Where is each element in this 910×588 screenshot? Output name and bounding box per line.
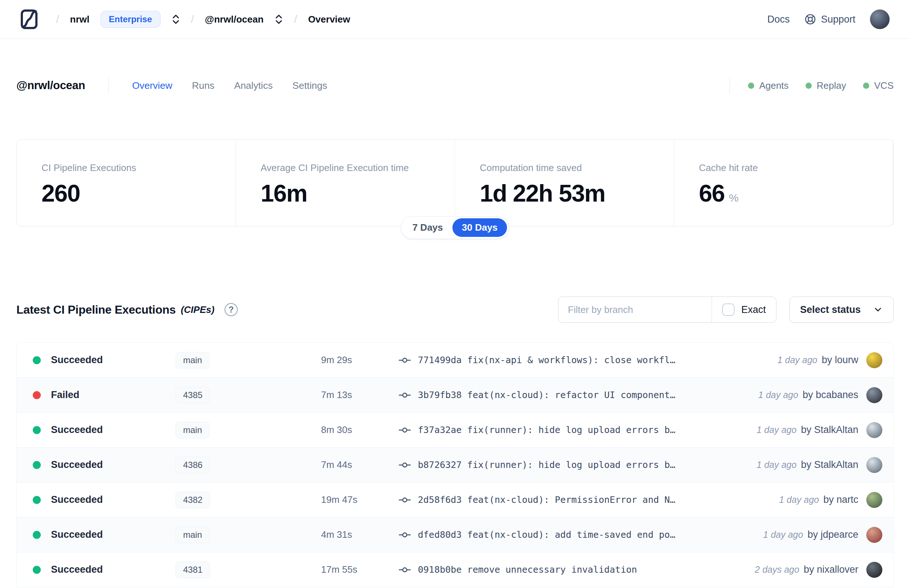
cipe-meta-cell: 1 day ago by bcabanes (758, 387, 883, 403)
commit-message: dfed80d3 feat(nx-cloud): add time-saved … (418, 530, 675, 540)
branch-badge: 4382 (175, 491, 210, 508)
stat-value: 16m (260, 179, 307, 207)
commit-message: 3b79fb38 feat(nx-cloud): refactor UI com… (418, 390, 675, 400)
status-dot-icon (33, 391, 41, 399)
cipe-status-cell: Succeeded (17, 354, 175, 366)
status-select-dropdown[interactable]: Select status (789, 297, 894, 323)
status-dot-icon (33, 356, 41, 364)
branch-badge: 4386 (175, 457, 210, 473)
cipe-table: Succeeded main 9m 29s 771499da fix(nx-ap… (16, 342, 894, 587)
cipe-branch-cell: main (175, 422, 321, 438)
commit-message: f37a32ae fix(runner): hide log upload er… (418, 425, 675, 435)
cipes-title-note: (CIPEs) (181, 304, 214, 315)
branch-filter-group: Exact (558, 297, 776, 323)
user-avatar[interactable] (870, 10, 890, 29)
chevron-down-icon (873, 305, 883, 315)
git-commit-icon (398, 495, 412, 505)
help-icon[interactable]: ? (225, 303, 238, 316)
top-bar: / nrwl Enterprise / @nrwl/ocean / Overvi… (0, 0, 910, 39)
cipe-status-cell: Succeeded (17, 459, 175, 470)
cipe-duration: 8m 30s (321, 424, 398, 436)
cipe-status-cell: Succeeded (17, 564, 175, 575)
docs-link[interactable]: Docs (767, 14, 790, 25)
author: by lourw (821, 354, 858, 366)
status-text: Succeeded (51, 564, 103, 575)
cipe-commit-cell: 0918b0be remove unnecessary invalidation (398, 564, 748, 575)
status-text: Succeeded (51, 354, 103, 366)
stat-label: Computation time saved (480, 162, 674, 174)
time-ago: 1 day ago (779, 494, 819, 505)
workspace-switcher-icon[interactable] (275, 13, 283, 25)
time-ago: 1 day ago (777, 355, 818, 365)
breadcrumb-separator: / (294, 13, 297, 26)
top-nav: Docs Support (767, 10, 890, 29)
exact-filter: Exact (712, 304, 776, 316)
cipe-meta-cell: 2 days ago by nixallover (755, 562, 883, 578)
cipe-row[interactable]: Succeeded 4386 7m 44s b8726327 fix(runne… (17, 447, 893, 483)
tab-analytics[interactable]: Analytics (234, 80, 273, 91)
breadcrumb-org[interactable]: nrwl (70, 14, 89, 25)
status-text: Failed (51, 389, 79, 401)
toggle-30-days[interactable]: 30 Days (453, 218, 507, 237)
branch-badge: main (175, 422, 210, 438)
breadcrumb-separator: / (56, 13, 59, 26)
nx-cloud-logo-icon[interactable] (20, 9, 39, 30)
indicator-replay[interactable]: Replay (805, 80, 846, 91)
green-dot-icon (863, 82, 869, 89)
status-dot-icon (33, 426, 41, 434)
breadcrumb-workspace[interactable]: @nrwl/ocean (205, 14, 263, 25)
tab-overview[interactable]: Overview (132, 80, 172, 91)
status-text: Succeeded (51, 494, 103, 506)
cipe-status-cell: Failed (17, 389, 175, 401)
cipe-row[interactable]: Succeeded main 4m 31s dfed80d3 feat(nx-c… (17, 517, 893, 552)
status-text: Succeeded (51, 459, 103, 470)
cipe-branch-cell: 4385 (175, 387, 321, 404)
commit-message: 2d58f6d3 feat(nx-cloud): PermissionError… (418, 494, 675, 505)
cipe-row[interactable]: Failed 4385 7m 13s 3b79fb38 feat(nx-clou… (17, 378, 893, 413)
cipe-row[interactable]: Succeeded main 8m 30s f37a32ae fix(runne… (17, 413, 893, 447)
git-commit-icon (398, 355, 412, 365)
cipe-duration: 4m 31s (321, 529, 398, 540)
status-text: Succeeded (51, 529, 103, 540)
enterprise-badge: Enterprise (100, 11, 160, 27)
avatar (866, 422, 883, 438)
cipe-duration: 7m 44s (321, 459, 398, 470)
avatar (866, 527, 883, 543)
cipe-branch-cell: main (175, 527, 321, 543)
author: by StalkAltan (801, 459, 858, 470)
branch-badge: main (175, 352, 210, 368)
support-link[interactable]: Support (804, 13, 855, 26)
cipe-branch-cell: 4381 (175, 561, 321, 578)
cipes-filters: Exact Select status (558, 297, 894, 323)
avatar (866, 562, 883, 578)
indicator-agents[interactable]: Agents (748, 80, 789, 91)
time-range-toggle: 7 Days 30 Days (401, 216, 509, 239)
stat-label: CI Pipeline Executions (42, 162, 236, 174)
org-switcher-icon[interactable] (171, 13, 180, 25)
exact-checkbox[interactable] (722, 304, 735, 316)
stat-label: Cache hit rate (699, 162, 893, 174)
status-select-label: Select status (800, 304, 861, 315)
stat-average-execution-time: Average CI Pipeline Execution time 16m (236, 140, 455, 226)
git-commit-icon (398, 460, 412, 470)
author: by StalkAltan (801, 424, 858, 436)
time-ago: 1 day ago (763, 530, 803, 540)
cipe-row[interactable]: Succeeded 4381 17m 55s 0918b0be remove u… (17, 552, 893, 587)
cipe-status-cell: Succeeded (17, 494, 175, 506)
toggle-7-days[interactable]: 7 Days (403, 218, 453, 237)
cipe-status-cell: Succeeded (17, 529, 175, 540)
status-dot-icon (33, 566, 41, 574)
stat-computation-time-saved: Computation time saved 1d 22h 53m (455, 140, 674, 226)
stat-value: 1d 22h 53m (480, 179, 605, 207)
stat-label: Average CI Pipeline Execution time (260, 162, 455, 174)
branch-filter-input[interactable] (558, 297, 712, 322)
cipe-branch-cell: 4382 (175, 491, 321, 508)
cipe-row[interactable]: Succeeded main 9m 29s 771499da fix(nx-ap… (17, 343, 893, 378)
tab-runs[interactable]: Runs (192, 80, 214, 91)
indicator-vcs[interactable]: VCS (863, 80, 894, 91)
cipe-commit-cell: 2d58f6d3 feat(nx-cloud): PermissionError… (398, 494, 772, 505)
workspace-bar: @nrwl/ocean Overview Runs Analytics Sett… (0, 74, 910, 97)
tab-settings[interactable]: Settings (292, 80, 327, 91)
avatar (866, 352, 883, 368)
cipe-row[interactable]: Succeeded 4382 19m 47s 2d58f6d3 feat(nx-… (17, 483, 893, 517)
